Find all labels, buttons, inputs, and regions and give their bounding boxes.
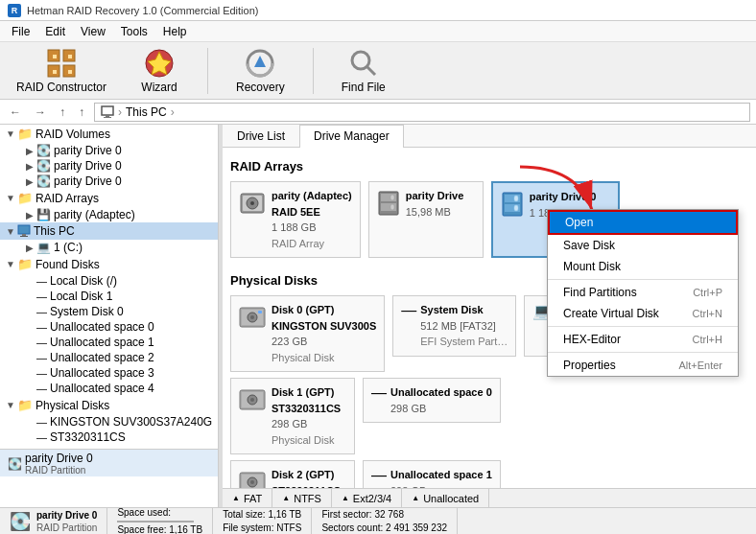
unalloc1-size: 298 GB xyxy=(390,483,492,489)
menu-view[interactable]: View xyxy=(73,23,113,40)
address-path-box[interactable]: › This PC › xyxy=(94,103,750,122)
raid-card-parity-drive[interactable]: parity Drive 15,98 MB xyxy=(368,181,484,258)
tree-item-unalloc3[interactable]: — Unallocated space 3 xyxy=(0,365,218,381)
expand-icon3: ▶ xyxy=(23,159,36,173)
disk2-card[interactable]: Disk 2 (GPT)ST3320311CS 298 GB Physical … xyxy=(230,460,355,488)
menu-tools[interactable]: Tools xyxy=(113,23,155,40)
ctx-mount-disk[interactable]: Mount Disk xyxy=(548,256,738,277)
tree-item-parity-bottom[interactable]: 💽 parity Drive 0 RAID Partition xyxy=(0,449,218,476)
path-thispc: This PC xyxy=(126,105,167,119)
unalloc0-card[interactable]: — Unallocated space 0 298 GB xyxy=(363,378,501,423)
wizard-button[interactable]: Wizard xyxy=(130,43,188,99)
status-file-system: File system: NTFS xyxy=(223,522,301,535)
tree-item-system-disk0[interactable]: — System Disk 0 xyxy=(0,304,218,319)
ctx-open[interactable]: Open xyxy=(548,210,738,235)
tree-item-parity0b[interactable]: ▶ 💽 parity Drive 0 xyxy=(0,158,218,174)
bottom-tab-ntfs[interactable]: ▲ NTFS xyxy=(272,489,332,507)
tree-item-unalloc0[interactable]: — Unallocated space 0 xyxy=(0,319,218,335)
ctx-create-virtual-shortcut: Ctrl+N xyxy=(693,308,722,319)
disk0-card[interactable]: Disk 0 (GPT)KINGSTON SUV300S 223 GB Phys… xyxy=(230,295,385,372)
tree-item-c-drive[interactable]: ▶ 💻 1 (C:) xyxy=(0,240,218,255)
tree-item-unalloc1[interactable]: — Unallocated space 1 xyxy=(0,335,218,350)
found-disks-label: Found Disks xyxy=(35,258,100,271)
unalloc3-label: Unallocated space 3 xyxy=(50,366,154,380)
tree-section-this-pc: ▼ This PC ▶ 💻 1 (C:) xyxy=(0,222,218,255)
status-bar: 💽 parity Drive 0 RAID Partition Space us… xyxy=(0,507,756,534)
ctx-properties-shortcut: Alt+Enter xyxy=(678,360,722,371)
svg-point-48 xyxy=(250,480,254,484)
nav-up2[interactable]: ↑ xyxy=(75,104,88,121)
nav-forward[interactable]: → xyxy=(31,104,50,121)
parity-adaptec-label: parity (Adaptec) xyxy=(54,208,135,221)
disk1-info: Disk 1 (GPT)ST3320311CS 298 GB Physical … xyxy=(272,384,341,448)
tree-section-raid-arrays: ▼ 📁 RAID Arrays ▶ 💾 parity (Adaptec) xyxy=(0,189,218,222)
ntfs-triangle: ▲ xyxy=(282,494,290,502)
disk-part-icon: — xyxy=(36,275,47,287)
nav-up1[interactable]: ↑ xyxy=(56,104,69,121)
status-space-used: Space used: xyxy=(117,506,202,520)
ctx-create-virtual[interactable]: Create Virtual Disk Ctrl+N xyxy=(548,303,738,324)
expand-icon9: ▼ xyxy=(4,258,17,271)
raid-volumes-icon: 📁 xyxy=(17,127,33,141)
svg-rect-20 xyxy=(20,236,28,237)
menu-edit[interactable]: Edit xyxy=(37,23,73,40)
menu-help[interactable]: Help xyxy=(155,23,195,40)
status-first-sector: First sector: 32 768 xyxy=(321,508,447,522)
disk0-size: 223 GB xyxy=(272,334,376,350)
sidebar-item-this-pc[interactable]: ▼ This PC xyxy=(0,222,218,240)
menu-file[interactable]: File xyxy=(4,23,37,40)
tree-item-parity0a[interactable]: ▶ 💽 parity Drive 0 xyxy=(0,143,218,158)
unalloc1-info: Unallocated space 1 298 GB xyxy=(390,467,492,488)
expand-icon5: ▼ xyxy=(4,192,17,205)
find-file-label: Find File xyxy=(342,81,386,94)
parity-drive0-card-icon xyxy=(501,191,524,223)
ctx-properties-label: Properties xyxy=(563,359,616,372)
ctx-sep2 xyxy=(548,326,738,327)
status-space-section: Space used: Space free: 1,16 TB xyxy=(107,508,213,534)
recovery-button[interactable]: Recovery xyxy=(227,43,294,99)
ctx-sep3 xyxy=(548,352,738,353)
tree-item-st3320[interactable]: — ST3320311CS xyxy=(0,430,218,445)
tab-drive-list[interactable]: Drive List xyxy=(223,125,299,148)
sidebar-item-raid-arrays[interactable]: ▼ 📁 RAID Arrays xyxy=(0,189,218,207)
disk0-name: Disk 0 (GPT)KINGSTON SUV300S xyxy=(272,302,376,334)
tree-item-unalloc2[interactable]: — Unallocated space 2 xyxy=(0,350,218,365)
sidebar-item-found-disks[interactable]: ▼ 📁 Found Disks xyxy=(0,255,218,273)
system-disk-name: System Disk xyxy=(420,302,508,318)
tree-item-parity0c[interactable]: ▶ 💽 parity Drive 0 xyxy=(0,174,218,189)
system-disk-icon: — xyxy=(401,302,416,319)
drive-icon: 💻 xyxy=(36,241,51,254)
unalloc1-label: Unallocated space 1 xyxy=(50,336,154,349)
raid-card-adaptec[interactable]: parity (Adaptec)RAID 5EE 1 188 GB RAID A… xyxy=(230,181,361,258)
ctx-hex-editor-label: HEX-Editor xyxy=(563,333,621,346)
find-file-button[interactable]: Find File xyxy=(333,43,394,99)
bottom-tab-fat[interactable]: ▲ FAT xyxy=(223,489,272,507)
svg-rect-33 xyxy=(514,196,518,201)
sidebar-item-physical-disks[interactable]: ▼ 📁 Physical Disks xyxy=(0,396,218,414)
unalloc1-icon: — xyxy=(371,467,387,484)
disk1-card[interactable]: Disk 1 (GPT)ST3320311CS 298 GB Physical … xyxy=(230,378,355,454)
svg-rect-5 xyxy=(68,55,72,58)
tree-item-unalloc4[interactable]: — Unallocated space 4 xyxy=(0,381,218,396)
ctx-hex-editor[interactable]: HEX-Editor Ctrl+H xyxy=(548,329,738,350)
ctx-properties[interactable]: Properties Alt+Enter xyxy=(548,355,738,376)
ctx-find-partitions[interactable]: Find Partitions Ctrl+P xyxy=(548,282,738,303)
sidebar-item-raid-volumes[interactable]: ▼ 📁 RAID Volumes xyxy=(0,125,218,143)
system-disk-size: 512 MB [FAT32] xyxy=(420,318,508,335)
unalloc1-card[interactable]: — Unallocated space 1 298 GB xyxy=(363,460,501,488)
tree-item-local-disk1[interactable]: — Local Disk 1 xyxy=(0,289,218,304)
tree-item-local-disk-slash[interactable]: — Local Disk (/) xyxy=(0,273,218,289)
bottom-tab-unalloc[interactable]: ▲ Unallocated xyxy=(402,489,489,507)
tab-drive-manager[interactable]: Drive Manager xyxy=(299,125,404,148)
svg-rect-28 xyxy=(390,195,394,200)
ctx-save-disk[interactable]: Save Disk xyxy=(548,235,738,256)
nav-back[interactable]: ← xyxy=(6,104,25,121)
raid-card-info: parity (Adaptec)RAID 5EE 1 188 GB RAID A… xyxy=(272,188,352,251)
tree-item-parity-adaptec[interactable]: ▶ 💾 parity (Adaptec) xyxy=(0,207,218,222)
bottom-tab-ext[interactable]: ▲ Ext2/3/4 xyxy=(332,489,402,507)
find-file-icon xyxy=(348,48,379,79)
system-disk-card[interactable]: — System Disk 512 MB [FAT32] EFI System … xyxy=(392,295,516,357)
raid-constructor-button[interactable]: RAID Constructor xyxy=(8,43,115,99)
tree-item-kingston[interactable]: — KINGSTON SUV300S37A240G xyxy=(0,414,218,430)
fat-label: FAT xyxy=(244,493,262,504)
